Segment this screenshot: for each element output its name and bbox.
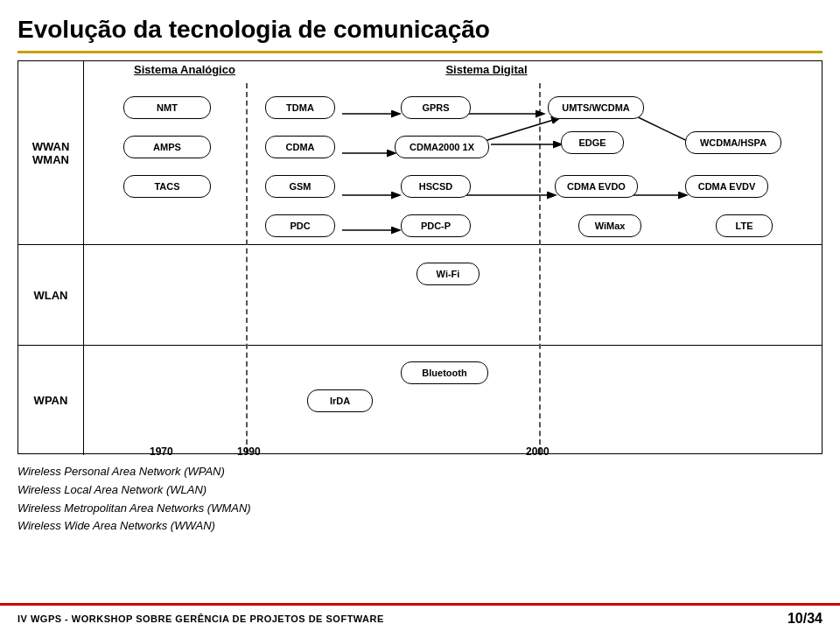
box-bluetooth: Bluetooth xyxy=(401,361,488,384)
box-hscsd: HSCSD xyxy=(401,175,471,198)
box-wcdma: WCDMA/HSPA xyxy=(685,131,781,154)
row-wlan xyxy=(18,245,822,346)
desc-wman: Wireless Metropolitan Area Networks (WMA… xyxy=(18,500,822,518)
desc-wpan: Wireless Personal Area Network (WPAN) xyxy=(18,463,822,481)
footer: IV WGPS - WORKSHOP SOBRE GERÊNCIA DE PRO… xyxy=(0,603,840,631)
timeline-1990: 1990 xyxy=(237,445,261,458)
vline-2000 xyxy=(539,83,541,453)
desc-wlan: Wireless Local Area Network (WLAN) xyxy=(18,481,822,500)
page-title: Evolução da tecnologia de comunicação xyxy=(0,0,840,51)
box-wimax: WiMax xyxy=(578,214,641,237)
box-pdcp: PDC-P xyxy=(401,214,471,237)
box-amps: AMPS xyxy=(123,136,211,158)
desc-wwan: Wireless Wide Area Networks (WWAN) xyxy=(18,517,822,536)
description: Wireless Personal Area Network (WPAN) Wi… xyxy=(18,463,822,536)
timeline-1970: 1970 xyxy=(150,445,173,458)
label-wwan: WWANWMAN xyxy=(18,61,84,245)
box-cdmaevdo: CDMA EVDO xyxy=(555,175,638,198)
box-gsm: GSM xyxy=(265,175,335,198)
timeline-2000: 2000 xyxy=(526,445,550,458)
box-cdma: CDMA xyxy=(265,136,335,158)
label-wpan: WPAN xyxy=(18,346,84,455)
box-pdc: PDC xyxy=(265,214,335,237)
box-nmt: NMT xyxy=(123,96,211,119)
col-header-analog: Sistema Analógico xyxy=(106,63,263,76)
title-underline xyxy=(18,51,822,53)
footer-conference: IV WGPS - WORKSHOP SOBRE GERÊNCIA DE PRO… xyxy=(18,613,384,624)
footer-page: 10/34 xyxy=(788,611,822,627)
box-umts: UMTS/WCDMA xyxy=(548,96,644,119)
box-wifi: Wi-Fi xyxy=(416,263,480,285)
diagram-area: WWANWMAN WLAN WPAN Sistema Analógico Sis… xyxy=(18,60,822,454)
vline-1990 xyxy=(246,83,248,453)
box-gprs: GPRS xyxy=(401,96,471,119)
box-cdmaevdv: CDMA EVDV xyxy=(685,175,768,198)
box-tacs: TACS xyxy=(123,175,211,198)
box-tdma: TDMA xyxy=(265,96,335,119)
label-wlan: WLAN xyxy=(18,245,84,346)
box-lte: LTE xyxy=(716,214,773,237)
box-cdma2000: CDMA2000 1X xyxy=(395,136,489,158)
col-header-digital: Sistema Digital xyxy=(355,63,618,76)
box-edge: EDGE xyxy=(561,131,624,154)
box-irda: IrDA xyxy=(307,389,373,412)
